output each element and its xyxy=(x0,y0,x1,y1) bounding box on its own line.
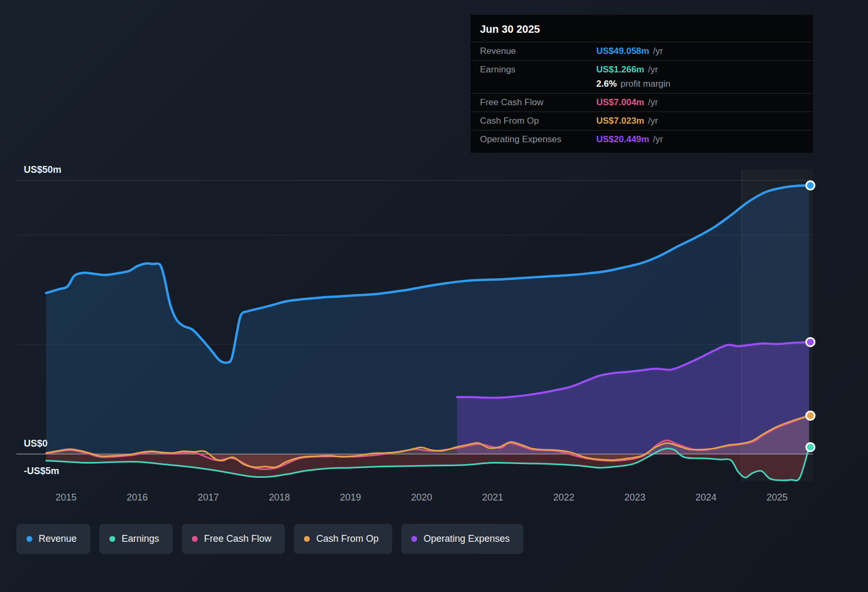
y-axis-label: -US$5m xyxy=(24,466,59,476)
tooltip-row-value: US$1.266m/yr xyxy=(596,64,804,75)
chart-legend: RevenueEarningsFree Cash FlowCash From O… xyxy=(16,524,523,554)
x-axis-label: 2022 xyxy=(553,492,574,503)
x-axis-label: 2025 xyxy=(767,492,788,503)
revenue-legend-dot-icon xyxy=(26,536,32,542)
cash-from-op-end-marker-icon xyxy=(806,411,815,420)
x-axis-label: 2024 xyxy=(695,492,716,503)
x-axis-label: 2016 xyxy=(126,492,147,503)
operating-expenses-end-marker-icon xyxy=(806,338,815,346)
x-axis-label: 2021 xyxy=(482,492,503,503)
x-axis-label: 2023 xyxy=(624,492,645,503)
y-axis-label: US$50m xyxy=(24,164,61,175)
operating-expenses-legend-dot-icon xyxy=(411,536,417,542)
x-axis-label: 2015 xyxy=(56,492,77,503)
tooltip-row: EarningsUS$1.266m/yr xyxy=(470,60,813,79)
legend-label: Cash From Op xyxy=(316,533,378,544)
tooltip-row-value: US$7.004m/yr xyxy=(596,97,804,108)
x-axis-label: 2020 xyxy=(411,492,432,503)
tooltip-row: 2.6%profit margin xyxy=(470,79,813,93)
tooltip-row-value: 2.6%profit margin xyxy=(596,79,804,89)
legend-item-cash-from-op[interactable]: Cash From Op xyxy=(294,524,392,554)
tooltip-row-label: Free Cash Flow xyxy=(480,97,596,108)
tooltip-row-value: US$7.023m/yr xyxy=(596,116,804,126)
legend-label: Free Cash Flow xyxy=(204,533,271,544)
cash-from-op-legend-dot-icon xyxy=(304,536,310,542)
earnings-legend-dot-icon xyxy=(109,536,115,542)
chart-tooltip: Jun 30 2025 RevenueUS$49.058m/yrEarnings… xyxy=(470,15,813,153)
tooltip-row: Free Cash FlowUS$7.004m/yr xyxy=(470,93,813,112)
legend-item-free-cash-flow[interactable]: Free Cash Flow xyxy=(182,524,285,554)
legend-label: Earnings xyxy=(122,533,159,544)
tooltip-row-label: Revenue xyxy=(480,46,596,57)
y-axis-label: US$0 xyxy=(24,438,48,449)
tooltip-row-value: US$20.449m/yr xyxy=(596,134,804,145)
x-axis-label: 2017 xyxy=(198,492,219,503)
tooltip-row-value: US$49.058m/yr xyxy=(596,46,804,57)
tooltip-row: Operating ExpensesUS$20.449m/yr xyxy=(470,130,813,149)
legend-item-earnings[interactable]: Earnings xyxy=(99,524,173,554)
revenue-end-marker-icon xyxy=(806,181,815,190)
legend-item-operating-expenses[interactable]: Operating Expenses xyxy=(401,524,523,554)
free-cash-flow-legend-dot-icon xyxy=(192,536,198,542)
financials-history-chart[interactable]: 2015201620172018201920202021202220232024… xyxy=(0,159,868,518)
tooltip-row-label: Earnings xyxy=(480,64,596,75)
tooltip-rows: RevenueUS$49.058m/yrEarningsUS$1.266m/yr… xyxy=(470,42,813,149)
x-axis-label: 2018 xyxy=(269,492,290,503)
earnings-end-marker-icon xyxy=(806,443,815,451)
tooltip-row: Cash From OpUS$7.023m/yr xyxy=(470,112,813,130)
tooltip-row-label: Cash From Op xyxy=(480,116,596,126)
legend-item-revenue[interactable]: Revenue xyxy=(16,524,90,554)
tooltip-row-label: Operating Expenses xyxy=(480,134,596,145)
tooltip-date: Jun 30 2025 xyxy=(470,15,813,42)
tooltip-row: RevenueUS$49.058m/yr xyxy=(470,42,813,60)
legend-label: Revenue xyxy=(39,533,77,544)
x-axis-label: 2019 xyxy=(340,492,361,503)
legend-label: Operating Expenses xyxy=(423,533,510,544)
stock-financials-chart-screen: Jun 30 2025 RevenueUS$49.058m/yrEarnings… xyxy=(0,0,868,592)
